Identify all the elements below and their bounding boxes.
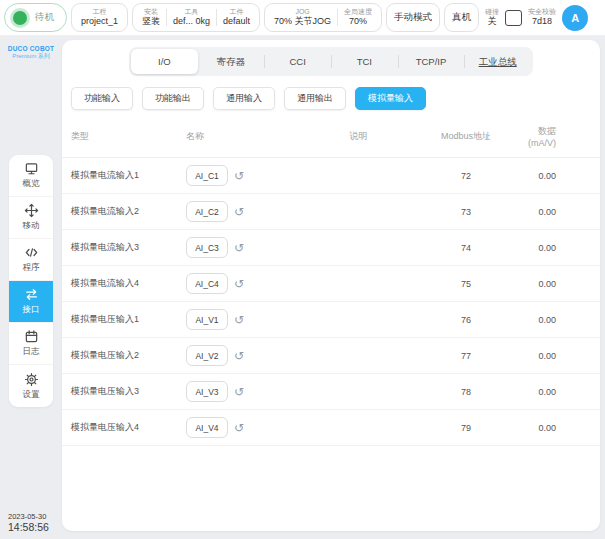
table-header: 类型 名称 说明 Modbus地址 数据(mA/V): [62, 119, 600, 158]
tab-bar: I/O 寄存器 CCI TCI TCP/IP 工业总线: [129, 47, 533, 76]
name-input[interactable]: [186, 237, 228, 258]
time-text: 14:58:56: [8, 521, 49, 534]
filter-function-input[interactable]: 功能输入: [71, 87, 133, 110]
tab-tcpip[interactable]: TCP/IP: [398, 49, 465, 74]
table-row: 模拟量电流输入3 ↺ 74 0.00: [62, 230, 600, 266]
tool-label: 工具: [185, 8, 199, 16]
row-modbus-address: 77: [406, 351, 526, 361]
divider: [337, 9, 338, 26]
robot-status-pill[interactable]: 待机: [4, 3, 67, 32]
table-body: 模拟量电流输入1 ↺ 72 0.00 模拟量电流输入2 ↺ 73 0.00: [62, 158, 600, 446]
jog-speed-pill[interactable]: JOG 70% 关节JOG 全局速度 70%: [264, 3, 382, 32]
setup-pill[interactable]: 安装 竖装 工具 def... 0kg 工件 default: [132, 3, 260, 32]
table-row: 模拟量电压输入4 ↺ 79 0.00: [62, 410, 600, 446]
table-row: 模拟量电流输入4 ↺ 75 0.00: [62, 266, 600, 302]
row-name-cell: ↺: [186, 273, 311, 294]
name-input[interactable]: [186, 381, 228, 402]
tab-io[interactable]: I/O: [131, 49, 198, 74]
filter-general-input[interactable]: 通用输入: [213, 87, 275, 110]
undo-icon[interactable]: ↺: [234, 242, 244, 254]
logo-subtitle: Premium 系列: [0, 53, 62, 61]
table-row: 模拟量电压输入2 ↺ 77 0.00: [62, 338, 600, 374]
manual-mode-button[interactable]: 手动模式: [386, 3, 440, 32]
name-input[interactable]: [186, 345, 228, 366]
safety-value: 7d18: [532, 16, 552, 26]
calendar-icon: [24, 329, 39, 344]
col-type: 类型: [71, 130, 186, 143]
undo-icon[interactable]: ↺: [234, 314, 244, 326]
row-data-value: 0.00: [526, 387, 556, 397]
row-modbus-address: 74: [406, 243, 526, 253]
sidebar-item-overview[interactable]: 概览: [9, 155, 53, 197]
real-machine-button[interactable]: 真机: [444, 3, 479, 32]
row-data-value: 0.00: [526, 315, 556, 325]
name-input[interactable]: [186, 201, 228, 222]
col-data: 数据(mA/V): [526, 125, 556, 148]
row-name-cell: ↺: [186, 237, 311, 258]
row-modbus-address: 73: [406, 207, 526, 217]
row-type: 模拟量电压输入1: [71, 313, 186, 326]
undo-icon[interactable]: ↺: [234, 386, 244, 398]
status-label: 待机: [35, 11, 54, 24]
tab-register[interactable]: 寄存器: [198, 49, 265, 74]
collision-toggle[interactable]: 碰撞 关: [483, 8, 501, 26]
row-type: 模拟量电压输入4: [71, 421, 186, 434]
name-input[interactable]: [186, 165, 228, 186]
sidebar-item-settings[interactable]: 设置: [9, 365, 53, 407]
undo-icon[interactable]: ↺: [234, 278, 244, 290]
row-type: 模拟量电压输入3: [71, 385, 186, 398]
undo-icon[interactable]: ↺: [234, 422, 244, 434]
filter-general-output[interactable]: 通用输出: [284, 87, 346, 110]
col-name: 名称: [186, 130, 311, 143]
name-input[interactable]: [186, 309, 228, 330]
row-type: 模拟量电流输入4: [71, 277, 186, 290]
row-type: 模拟量电流输入1: [71, 169, 186, 182]
top-bar: 待机 工程 project_1 安装 竖装 工具 def... 0kg 工件 d…: [0, 0, 605, 36]
sidebar-item-program[interactable]: 程序: [9, 239, 53, 281]
tab-tci[interactable]: TCI: [331, 49, 398, 74]
mount-label: 安装: [144, 8, 158, 16]
project-pill[interactable]: 工程 project_1: [71, 3, 128, 32]
table-row: 模拟量电流输入2 ↺ 73 0.00: [62, 194, 600, 230]
row-data-value: 0.00: [526, 207, 556, 217]
filter-analog-input[interactable]: 模拟量输入: [355, 87, 426, 110]
divider: [216, 9, 217, 26]
mount-value: 竖装: [142, 16, 160, 26]
user-avatar[interactable]: A: [562, 5, 588, 31]
tool-value: def... 0kg: [173, 16, 210, 26]
safety-resize-icon[interactable]: [505, 10, 522, 26]
status-dot-icon: [13, 11, 27, 25]
filter-row: 功能输入 功能输出 通用输入 通用输出 模拟量输入: [71, 87, 600, 110]
global-speed-value: 70%: [349, 16, 367, 26]
jog-label: JOG: [295, 8, 309, 16]
row-data-value: 0.00: [526, 171, 556, 181]
row-modbus-address: 76: [406, 315, 526, 325]
diagonal-arrows-icon: [507, 11, 520, 24]
jog-value: 70% 关节JOG: [274, 16, 331, 26]
sidebar-item-move[interactable]: 移动: [9, 197, 53, 239]
name-input[interactable]: [186, 417, 228, 438]
table-row: 模拟量电压输入1 ↺ 76 0.00: [62, 302, 600, 338]
main-panel: I/O 寄存器 CCI TCI TCP/IP 工业总线 功能输入 功能输出 通用…: [62, 40, 600, 531]
divider: [166, 9, 167, 26]
collision-value: 关: [488, 16, 497, 26]
col-modbus: Modbus地址: [406, 130, 526, 143]
undo-icon[interactable]: ↺: [234, 206, 244, 218]
filter-function-output[interactable]: 功能输出: [142, 87, 204, 110]
row-name-cell: ↺: [186, 165, 311, 186]
row-data-value: 0.00: [526, 351, 556, 361]
undo-icon[interactable]: ↺: [234, 350, 244, 362]
name-input[interactable]: [186, 273, 228, 294]
project-label: 工程: [93, 8, 107, 16]
undo-icon[interactable]: ↺: [234, 170, 244, 182]
row-name-cell: ↺: [186, 417, 311, 438]
workpiece-value: default: [223, 16, 250, 26]
tab-fieldbus[interactable]: 工业总线: [464, 49, 531, 74]
row-type: 模拟量电流输入3: [71, 241, 186, 254]
sidebar-item-interface[interactable]: 接口: [9, 281, 53, 323]
table-row: 模拟量电流输入1 ↺ 72 0.00: [62, 158, 600, 194]
sidebar-item-log[interactable]: 日志: [9, 323, 53, 365]
tab-cci[interactable]: CCI: [264, 49, 331, 74]
monitor-icon: [24, 161, 39, 176]
safety-checksum[interactable]: 安全校验 7d18: [526, 8, 558, 26]
